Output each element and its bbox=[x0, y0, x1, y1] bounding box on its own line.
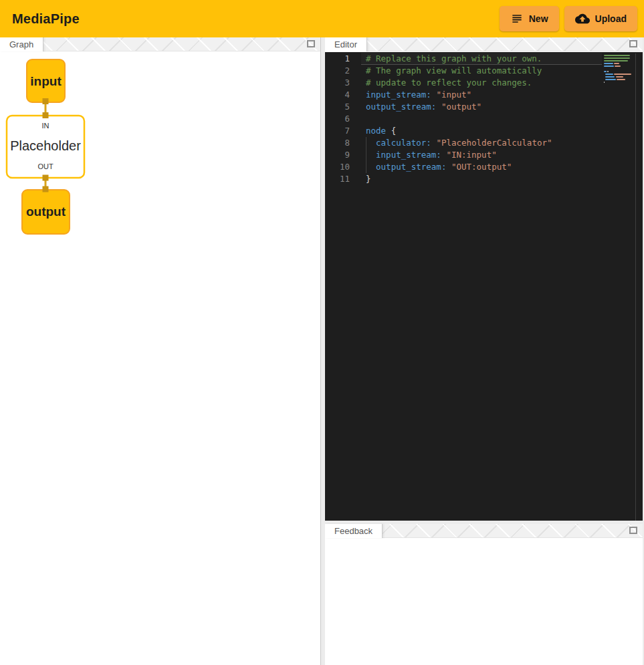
cloud-upload-icon bbox=[575, 11, 590, 26]
line-number: 2 bbox=[325, 65, 361, 77]
feedback-panel: Feedback bbox=[325, 524, 643, 665]
port-square bbox=[43, 98, 49, 104]
minimap-line bbox=[604, 82, 634, 83]
placeholder-node-label: Placeholder bbox=[10, 138, 81, 153]
line-number: 11 bbox=[325, 173, 361, 185]
line-number: 7 bbox=[325, 125, 361, 137]
tab-graph[interactable]: Graph bbox=[0, 37, 43, 51]
code-text: output_stream: "output" bbox=[361, 101, 602, 113]
code-text: node { bbox=[361, 125, 602, 137]
maximize-icon[interactable] bbox=[629, 527, 637, 534]
upload-button-label: Upload bbox=[595, 13, 627, 24]
code-line[interactable]: 3# update to reflect your changes. bbox=[325, 77, 602, 89]
maximize-icon[interactable] bbox=[307, 40, 315, 47]
code-token bbox=[366, 162, 376, 172]
line-number: 6 bbox=[325, 113, 361, 125]
graph-panel-header: Graph bbox=[0, 37, 320, 51]
code-text bbox=[361, 113, 602, 125]
minimap-line bbox=[604, 79, 634, 80]
code-editor[interactable]: 1# Replace this graph with your own.2# T… bbox=[325, 52, 643, 521]
minimap-line bbox=[604, 76, 634, 78]
out-port-label: OUT bbox=[37, 162, 53, 170]
code-text: input_stream: "input" bbox=[361, 89, 602, 101]
new-button-label: New bbox=[529, 13, 548, 24]
minimap-line bbox=[604, 60, 634, 61]
code-text: # Replace this graph with your own. bbox=[361, 53, 602, 65]
code-token: { bbox=[391, 126, 397, 136]
editor-minimap[interactable] bbox=[603, 53, 636, 521]
port-square bbox=[43, 112, 49, 118]
editor-lines: 1# Replace this graph with your own.2# T… bbox=[325, 53, 602, 185]
code-token bbox=[366, 138, 376, 148]
minimap-line bbox=[604, 65, 634, 67]
feedback-content bbox=[325, 539, 643, 665]
minimap-line bbox=[604, 71, 634, 72]
output-node-label: output bbox=[26, 205, 66, 219]
graph-canvas[interactable]: input IN Placeholder OUT output bbox=[0, 52, 320, 665]
minimap-line bbox=[604, 63, 634, 64]
code-line[interactable]: 8 calculator: "PlaceholderCalculator" bbox=[325, 137, 602, 149]
app-title: MediaPipe bbox=[12, 11, 80, 27]
code-text: # update to reflect your changes. bbox=[361, 77, 602, 89]
code-token: calculator: bbox=[376, 138, 431, 148]
code-line[interactable]: 5output_stream: "output" bbox=[325, 101, 602, 113]
code-line[interactable]: 1# Replace this graph with your own. bbox=[325, 53, 602, 65]
workspace: Graph input IN Placeholder bbox=[0, 37, 644, 665]
input-node-label: input bbox=[30, 74, 62, 88]
line-number: 5 bbox=[325, 101, 361, 113]
code-line[interactable]: 4input_stream: "input" bbox=[325, 89, 602, 101]
line-number: 9 bbox=[325, 149, 361, 161]
minimap-token bbox=[604, 57, 630, 59]
minimap-line bbox=[604, 55, 634, 56]
code-token bbox=[366, 150, 376, 160]
minimap-token bbox=[604, 82, 605, 83]
editor-panel: Editor 1# Replace this graph with your o… bbox=[325, 37, 643, 521]
line-number: 1 bbox=[325, 53, 361, 65]
code-token: output_stream: bbox=[366, 102, 436, 112]
code-token bbox=[436, 102, 441, 112]
feedback-panel-header: Feedback bbox=[325, 524, 643, 538]
in-port-label: IN bbox=[42, 122, 49, 130]
app-header: MediaPipe New Upload bbox=[0, 0, 644, 37]
port-square bbox=[43, 186, 49, 192]
minimap-token bbox=[605, 74, 613, 75]
minimap-line bbox=[604, 74, 634, 75]
upload-button[interactable]: Upload bbox=[564, 6, 637, 31]
graph-diagram: input IN Placeholder OUT output bbox=[0, 52, 321, 319]
code-token: # update to reflect your changes. bbox=[366, 78, 532, 88]
code-line[interactable]: 7node { bbox=[325, 125, 602, 137]
code-line[interactable]: 10 output_stream: "OUT:output" bbox=[325, 161, 602, 173]
code-line[interactable]: 11} bbox=[325, 173, 602, 185]
code-token: "PlaceholderCalculator" bbox=[436, 138, 552, 148]
code-token: output_stream: bbox=[376, 162, 446, 172]
new-button[interactable]: New bbox=[500, 6, 559, 31]
minimap-token bbox=[604, 60, 628, 61]
code-line[interactable]: 9 input_stream: "IN:input" bbox=[325, 149, 602, 161]
line-number: 4 bbox=[325, 89, 361, 101]
code-token: input_stream: bbox=[366, 90, 431, 100]
code-token: "output" bbox=[441, 102, 481, 112]
code-line[interactable]: 6 bbox=[325, 113, 602, 125]
code-token bbox=[446, 162, 451, 172]
minimap-token bbox=[617, 79, 625, 80]
line-number: 8 bbox=[325, 137, 361, 149]
minimap-token bbox=[614, 63, 619, 64]
code-text: output_stream: "OUT:output" bbox=[361, 161, 602, 173]
minimap-token bbox=[605, 76, 615, 78]
code-line[interactable]: 2# The graph view will automatically bbox=[325, 65, 602, 77]
code-text: input_stream: "IN:input" bbox=[361, 149, 602, 161]
minimap-token bbox=[604, 65, 614, 67]
code-token: "IN:input" bbox=[446, 150, 496, 160]
code-text: calculator: "PlaceholderCalculator" bbox=[361, 137, 602, 149]
tab-feedback[interactable]: Feedback bbox=[325, 524, 383, 538]
minimap-line bbox=[604, 57, 634, 59]
code-token: node bbox=[366, 126, 386, 136]
subject-lines-icon bbox=[510, 12, 524, 25]
line-number: 3 bbox=[325, 77, 361, 89]
maximize-icon[interactable] bbox=[629, 40, 637, 47]
tab-graph-label: Graph bbox=[9, 39, 33, 49]
port-square bbox=[43, 175, 49, 181]
minimap-token bbox=[616, 76, 623, 78]
line-number: 10 bbox=[325, 161, 361, 173]
tab-editor[interactable]: Editor bbox=[325, 37, 367, 51]
